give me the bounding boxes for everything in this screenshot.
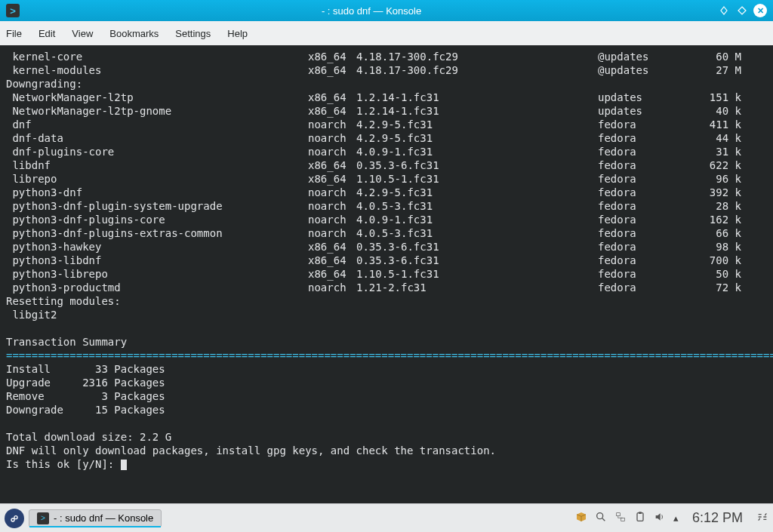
package-row: librepox86_641.10.5-1.fc31fedora96 k	[6, 172, 767, 186]
package-size: 27 M	[688, 63, 741, 77]
divider: ========================================…	[6, 349, 767, 362]
package-repo: fedora	[598, 226, 688, 240]
package-repo: fedora	[598, 267, 688, 281]
window-titlebar: > - : sudo dnf — Konsole ✕	[0, 0, 773, 21]
menu-edit[interactable]: Edit	[38, 28, 55, 39]
package-version: 1.10.5-1.fc31	[356, 172, 598, 186]
menu-view[interactable]: View	[72, 28, 93, 39]
package-arch: x86_64	[308, 240, 356, 254]
menu-file[interactable]: File	[6, 28, 22, 39]
menu-bookmarks[interactable]: Bookmarks	[109, 28, 159, 39]
package-name: NetworkManager-l2tp-gnome	[6, 104, 308, 118]
package-arch: x86_64	[308, 63, 356, 77]
window-maximize-button[interactable]	[735, 4, 749, 17]
package-size: 98 k	[688, 240, 741, 254]
package-arch: noarch	[308, 213, 356, 226]
package-repo: fedora	[598, 199, 688, 213]
package-name: python3-dnf-plugins-core	[6, 213, 308, 226]
package-arch: noarch	[308, 145, 356, 158]
section-heading-downgrading: Downgrading:	[6, 77, 767, 91]
start-button[interactable]	[5, 509, 24, 528]
download-note: DNF will only download packages, install…	[6, 444, 767, 457]
confirmation-prompt: Is this ok [y/N]:	[6, 457, 767, 471]
package-repo: fedora	[598, 131, 688, 145]
svg-rect-4	[621, 518, 625, 521]
summary-line: Upgrade 2316 Packages	[6, 376, 767, 389]
package-updates-icon[interactable]	[575, 511, 587, 525]
package-size: 392 k	[688, 186, 741, 199]
window-title: - : sudo dnf — Konsole	[26, 5, 717, 17]
active-indicator	[29, 526, 161, 527]
package-version: 4.2.9-5.fc31	[356, 118, 598, 131]
system-tray: ▴ 6:12 PM	[575, 510, 768, 526]
package-repo: fedora	[598, 213, 688, 226]
summary-line: Remove 3 Packages	[6, 389, 767, 403]
package-row: python3-libdnfx86_640.35.3-6.fc31fedora7…	[6, 254, 767, 267]
package-arch: x86_64	[308, 50, 356, 63]
konsole-icon: >	[37, 512, 49, 524]
package-size: 28 k	[688, 199, 741, 213]
search-icon[interactable]	[595, 511, 607, 525]
package-version: 1.2.14-1.fc31	[356, 104, 598, 118]
summary-line: Downgrade 15 Packages	[6, 403, 767, 417]
package-arch: noarch	[308, 226, 356, 240]
package-row: python3-dnf-plugins-extras-commonnoarch4…	[6, 226, 767, 240]
taskbar-item-konsole[interactable]: > - : sudo dnf — Konsole	[29, 509, 162, 527]
package-repo: @updates	[598, 50, 688, 63]
package-row: python3-dnf-plugin-system-upgradenoarch4…	[6, 199, 767, 213]
window-minimize-button[interactable]	[717, 4, 731, 17]
cursor	[121, 460, 127, 470]
package-size: 31 k	[688, 145, 741, 158]
package-size: 411 k	[688, 118, 741, 131]
package-repo: fedora	[598, 186, 688, 199]
menu-settings[interactable]: Settings	[175, 28, 211, 39]
package-name: python3-libdnf	[6, 254, 308, 267]
package-repo: updates	[598, 91, 688, 104]
package-row: python3-hawkeyx86_640.35.3-6.fc31fedora9…	[6, 240, 767, 254]
package-size: 72 k	[688, 281, 741, 294]
network-icon[interactable]	[614, 511, 627, 525]
volume-icon[interactable]	[654, 511, 666, 525]
package-row: kernel-corex86_644.18.17-300.fc29@update…	[6, 50, 767, 63]
package-arch: noarch	[308, 131, 356, 145]
package-name: python3-dnf-plugins-extras-common	[6, 226, 308, 240]
terminal-output[interactable]: kernel-corex86_644.18.17-300.fc29@update…	[0, 45, 773, 503]
svg-rect-3	[617, 513, 621, 516]
menu-help[interactable]: Help	[227, 28, 248, 39]
package-name: dnf	[6, 118, 308, 131]
clock[interactable]: 6:12 PM	[692, 510, 743, 526]
package-name: python3-hawkey	[6, 240, 308, 254]
konsole-icon: >	[6, 4, 20, 17]
package-name: python3-dnf-plugin-system-upgrade	[6, 199, 308, 213]
package-row: python3-librepox86_641.10.5-1.fc31fedora…	[6, 267, 767, 281]
package-row: python3-productmdnoarch1.21-2.fc31fedora…	[6, 281, 767, 294]
show-desktop-icon[interactable]	[756, 511, 768, 525]
package-arch: x86_64	[308, 254, 356, 267]
package-size: 60 M	[688, 50, 741, 63]
package-version: 0.35.3-6.fc31	[356, 158, 598, 172]
section-heading-resetting: Resetting modules:	[6, 294, 767, 308]
package-name: python3-productmd	[6, 281, 308, 294]
svg-point-1	[597, 513, 603, 519]
window-close-button[interactable]: ✕	[753, 4, 767, 17]
package-name: python3-librepo	[6, 267, 308, 281]
package-row: python3-dnf-plugins-corenoarch4.0.9-1.fc…	[6, 213, 767, 226]
package-repo: fedora	[598, 172, 688, 186]
clipboard-icon[interactable]	[634, 511, 646, 525]
taskbar-item-label: - : sudo dnf — Konsole	[54, 512, 153, 524]
expand-tray-icon[interactable]: ▴	[673, 512, 679, 524]
svg-line-2	[602, 518, 605, 521]
package-version: 4.0.9-1.fc31	[356, 213, 598, 226]
package-row: libdnfx86_640.35.3-6.fc31fedora622 k	[6, 158, 767, 172]
package-row: python3-dnfnoarch4.2.9-5.fc31fedora392 k	[6, 186, 767, 199]
summary-line: Install 33 Packages	[6, 362, 767, 376]
package-arch: noarch	[308, 199, 356, 213]
package-version: 1.10.5-1.fc31	[356, 267, 598, 281]
package-version: 4.0.9-1.fc31	[356, 145, 598, 158]
package-name: dnf-data	[6, 131, 308, 145]
package-version: 1.2.14-1.fc31	[356, 91, 598, 104]
package-repo: @updates	[598, 63, 688, 77]
total-download-size: Total download size: 2.2 G	[6, 430, 767, 444]
package-version: 0.35.3-6.fc31	[356, 240, 598, 254]
package-arch: x86_64	[308, 104, 356, 118]
